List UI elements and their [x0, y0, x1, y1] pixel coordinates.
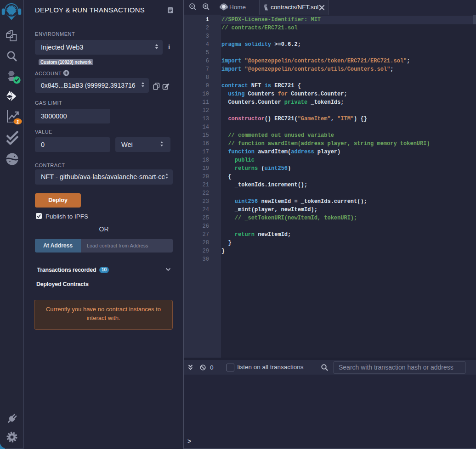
- svg-text:1: 1: [16, 119, 19, 124]
